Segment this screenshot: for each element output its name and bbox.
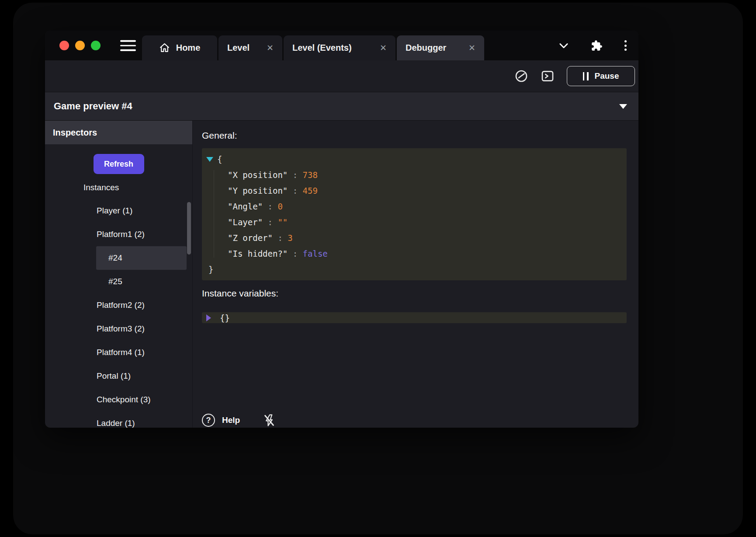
close-brace: } (206, 262, 621, 277)
tab-debugger[interactable]: Debugger✕ (397, 35, 484, 60)
tab-level[interactable]: Level✕ (218, 35, 282, 60)
tab-label: Level (Events) (292, 43, 352, 53)
indent-guide (214, 170, 214, 258)
tab-bar: HomeLevel✕Level (Events)✕Debugger✕ (45, 31, 638, 60)
home-icon (159, 42, 170, 53)
tab-close-icon[interactable]: ✕ (380, 43, 387, 53)
instances-tree: Player (1)Platform1 (2)#24#25Platform2 (… (45, 199, 192, 428)
json-entry: "Angle" : 0 (228, 199, 621, 214)
instance-variables-view[interactable]: {} (202, 312, 627, 323)
inspectors-header: Inspectors (45, 121, 192, 144)
pause-label: Pause (595, 71, 619, 81)
tabbar-right-icons (558, 39, 628, 52)
inspector-main: General: { "X position" : 738"Y position… (193, 121, 638, 428)
question-circle-icon[interactable]: ? (202, 414, 215, 427)
sidebar-scrollbar[interactable] (187, 202, 191, 255)
help-row: ? Help (202, 413, 627, 428)
tab-strip: HomeLevel✕Level (Events)✕Debugger✕ (142, 35, 484, 60)
chevron-down-icon[interactable] (558, 39, 570, 52)
flash-off-icon[interactable] (263, 413, 276, 428)
traffic-lights (59, 41, 101, 50)
tab-close-icon[interactable]: ✕ (267, 43, 274, 53)
pause-button[interactable]: Pause (567, 66, 635, 86)
puzzle-icon[interactable] (591, 40, 603, 52)
json-entry: "Is hidden?" : false (228, 246, 621, 262)
app-window: HomeLevel✕Level (Events)✕Debugger✕ Pause… (45, 31, 638, 428)
debugger-toolbar: Pause (45, 60, 638, 92)
tab-level-events[interactable]: Level (Events)✕ (284, 35, 395, 60)
json-entry: "Y position" : 459 (228, 183, 621, 199)
general-json-view: { "X position" : 738"Y position" : 459"A… (202, 148, 627, 280)
terminal-icon[interactable] (541, 69, 555, 83)
open-brace: { (217, 151, 222, 167)
json-entry: "Z order" : 3 (228, 230, 621, 246)
menu-icon[interactable] (120, 40, 136, 51)
kebab-menu-icon[interactable] (624, 39, 628, 52)
tree-item-ladder-1[interactable]: Ladder (1) (45, 411, 192, 428)
tree-item-25[interactable]: #25 (45, 270, 192, 293)
tree-item-player-1[interactable]: Player (1) (45, 199, 192, 223)
tab-close-icon[interactable]: ✕ (468, 43, 475, 53)
debugger-content: Inspectors Refresh Instances Player (1)P… (45, 121, 638, 428)
tree-item-platform3-2[interactable]: Platform3 (2) (45, 317, 192, 341)
triangle-down-icon[interactable] (206, 157, 213, 162)
tree-item-platform1-2[interactable]: Platform1 (2) (45, 223, 192, 246)
refresh-button[interactable]: Refresh (94, 154, 144, 174)
maximize-window-button[interactable] (91, 41, 101, 50)
instances-section-label[interactable]: Instances (45, 183, 192, 192)
json-entry: "Layer" : "" (228, 214, 621, 230)
triangle-down-icon[interactable] (619, 104, 627, 109)
preview-header[interactable]: Game preview #4 (45, 92, 638, 121)
pause-bars-icon (583, 72, 589, 80)
instance-variables-label: Instance variables: (202, 287, 627, 300)
tree-item-checkpoint-3[interactable]: Checkpoint (3) (45, 388, 192, 411)
tab-label: Level (227, 43, 250, 53)
tree-item-24[interactable]: #24 (96, 246, 187, 270)
json-entry: "X position" : 738 (228, 167, 621, 183)
json-entries: "X position" : 738"Y position" : 459"Ang… (206, 167, 621, 262)
inspectors-sidebar: Inspectors Refresh Instances Player (1)P… (45, 121, 193, 428)
general-label: General: (202, 129, 627, 142)
json-root-row[interactable]: { (206, 151, 621, 167)
close-window-button[interactable] (59, 41, 69, 50)
tree-item-platform4-1[interactable]: Platform4 (1) (45, 341, 192, 364)
tab-label: Home (176, 43, 201, 53)
tab-label: Debugger (406, 43, 446, 53)
tree-item-portal-1[interactable]: Portal (1) (45, 364, 192, 388)
help-label[interactable]: Help (222, 415, 240, 425)
tree-item-platform2-2[interactable]: Platform2 (2) (45, 293, 192, 317)
minimize-window-button[interactable] (75, 41, 85, 50)
triangle-right-icon[interactable] (206, 314, 211, 321)
instance-variables-value: {} (220, 313, 230, 323)
preview-title: Game preview #4 (54, 101, 619, 112)
speedometer-icon[interactable] (514, 69, 528, 83)
tab-home[interactable]: Home (142, 35, 217, 60)
